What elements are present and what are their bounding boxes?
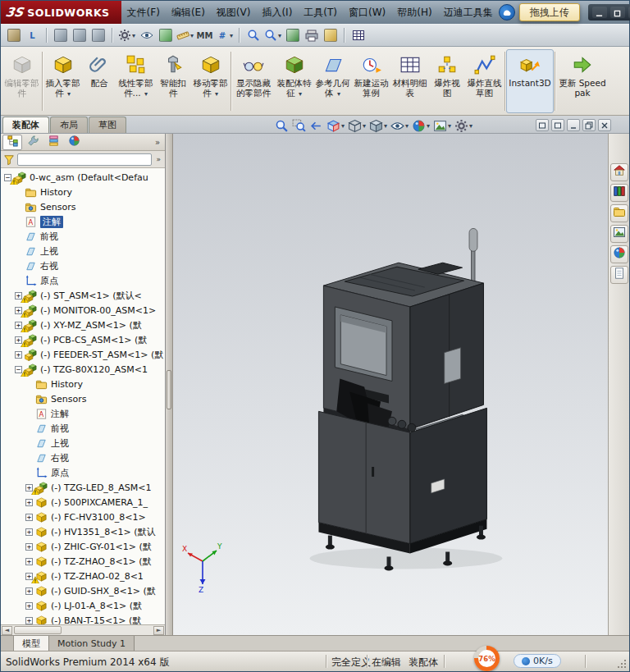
command-tab-1[interactable]: 布局 <box>50 117 88 133</box>
tree-item[interactable]: +(-) FEEDER-ST_ASM<1> (默 <box>1 347 165 362</box>
maximize-button[interactable] <box>610 7 625 18</box>
expand-toggle[interactable]: + <box>25 528 33 536</box>
menu-item-3[interactable]: 插入(I) <box>256 1 298 24</box>
edit-appearance-button[interactable]: ▾ <box>411 118 431 134</box>
zoom-to-fit-button[interactable] <box>274 118 290 134</box>
tree-item[interactable]: +(-) XY-MZ_ASM<1> (默 <box>1 318 165 332</box>
spreadsheet-button[interactable] <box>349 26 367 44</box>
tree-item[interactable]: +(-) TZG-LED_8_ASM<1 <box>1 480 165 495</box>
smart-fasteners-button[interactable]: 智能扣件 <box>155 49 191 113</box>
tree-item[interactable]: +(-) GUID-SHX_8<1> (默 <box>1 583 165 598</box>
tree-item[interactable]: 上视 <box>1 436 165 450</box>
expand-toggle[interactable]: + <box>25 514 33 521</box>
tree-item[interactable]: History <box>1 377 165 391</box>
tree-item[interactable]: History <box>1 185 165 199</box>
exploded-view-button[interactable]: 爆炸视图 <box>429 49 465 113</box>
view-orientation-button[interactable]: ▾ <box>347 118 367 134</box>
tool-wand-button[interactable] <box>5 26 22 44</box>
options-button[interactable]: ▾ <box>117 26 136 44</box>
panel-splitter[interactable] <box>166 134 173 635</box>
image-button[interactable] <box>284 26 301 44</box>
tree-item[interactable]: +(-) HV1351_8<1> (默认 <box>1 524 165 539</box>
tree-item[interactable]: −(-) TZG-80X120_ASM<1 <box>1 362 165 377</box>
capture-button[interactable] <box>322 26 339 44</box>
command-tab-0[interactable]: 装配体 <box>2 117 49 133</box>
scroll-right-arrow[interactable]: ► <box>153 626 164 635</box>
assembly-features-button[interactable]: 装配体特征 ▾ <box>275 49 313 113</box>
panel-tab-display-manager[interactable] <box>64 135 84 150</box>
expand-toggle[interactable]: + <box>15 351 22 359</box>
bottom-tab-1[interactable]: Motion Study 1 <box>49 636 135 651</box>
save-button[interactable] <box>52 26 69 44</box>
tab-corner-button[interactable] <box>1 636 14 651</box>
menu-item-0[interactable]: 文件(F) <box>121 1 166 24</box>
menu-item-2[interactable]: 视图(V) <box>211 1 257 24</box>
expand-toggle[interactable]: + <box>25 543 33 551</box>
tree-item[interactable]: Sensors <box>1 199 165 214</box>
filter-chevron-icon[interactable]: » <box>154 155 162 163</box>
maidi-cloud-icon[interactable] <box>499 4 515 21</box>
doc-restore-button[interactable] <box>582 119 596 131</box>
reference-geometry-button[interactable]: 参考几何体 ▾ <box>313 49 352 113</box>
display-style-button[interactable]: ▾ <box>368 118 388 134</box>
tree-filter-input[interactable] <box>17 153 152 166</box>
tree-item[interactable]: +(-) BAN-T-15<1> (默 <box>1 613 165 624</box>
tree-item[interactable]: +(-) MONITOR-00_ASM<1> <box>1 303 165 318</box>
insert-components-button[interactable]: 插入零部件 ▾ <box>43 49 82 113</box>
window-b-button[interactable] <box>551 119 564 131</box>
tree-item[interactable]: +(-) 500PIXCAMERA_1_ <box>1 495 165 510</box>
section-view-button[interactable]: ▾ <box>326 118 345 134</box>
update-speedpak-button[interactable]: 更新 Speedpak <box>556 49 609 113</box>
splitter-handle[interactable] <box>167 370 171 409</box>
doc-minimize-button[interactable] <box>567 119 580 131</box>
explode-line-sketch-button[interactable]: 爆炸直线草图 <box>465 49 504 113</box>
tree-item[interactable]: +(-) ST_ASM<1> (默认< <box>1 288 165 303</box>
show-hidden-components-button[interactable]: 显示隐藏的零部件 <box>232 49 275 113</box>
tree-item[interactable]: 前视 <box>1 229 165 244</box>
linear-component-pattern-button[interactable]: 线性零部件... ▾ <box>116 49 155 113</box>
instant3d-button[interactable]: Instant3D <box>506 49 554 113</box>
panel-tab-configuration-manager[interactable] <box>43 135 63 150</box>
sketch-button[interactable]: L <box>24 26 41 44</box>
tree-item[interactable]: A注解 <box>1 406 165 421</box>
view-palette-button[interactable] <box>610 225 628 243</box>
tree-item[interactable]: A注解 <box>1 214 165 229</box>
drag-upload-badge[interactable]: 拖拽上传 <box>519 3 580 21</box>
tree-item[interactable]: 前视 <box>1 421 165 436</box>
doc-close-button[interactable] <box>598 119 611 131</box>
menu-item-1[interactable]: 编辑(E) <box>166 1 211 24</box>
tree-item[interactable]: +(-) FC-HV3100_8<1> <box>1 510 165 524</box>
expand-toggle[interactable]: + <box>25 617 33 624</box>
measure-button[interactable]: ▾ <box>176 26 194 44</box>
expand-toggle[interactable]: + <box>25 558 33 565</box>
evaluate-button[interactable]: #▾ <box>215 26 234 44</box>
upload-progress-badge[interactable]: 76% <box>474 646 500 671</box>
tree-item[interactable]: +(-) PCB-CS_ASM<1> (默 <box>1 332 165 347</box>
view-settings-button[interactable]: ▾ <box>454 118 473 134</box>
previous-view-button[interactable] <box>308 118 324 134</box>
hide-show-items-button[interactable]: ▾ <box>390 118 409 134</box>
expand-toggle[interactable]: + <box>25 587 33 595</box>
solidworks-resources-button[interactable] <box>610 163 628 181</box>
tree-item[interactable]: 原点 <box>1 273 165 288</box>
menu-item-4[interactable]: 工具(T) <box>298 1 343 24</box>
tree-item[interactable]: 上视 <box>1 244 165 258</box>
move-component-button[interactable]: 移动零部件 ▾ <box>191 49 230 113</box>
tree-item[interactable]: 原点 <box>1 465 165 480</box>
edit-component-button[interactable]: 编辑零部件 <box>2 49 41 113</box>
tree-item[interactable]: +(-) TZ-ZHAO-02_8<1 <box>1 569 165 583</box>
tree-horizontal-scrollbar[interactable]: ◄ ► <box>1 624 165 635</box>
scroll-thumb[interactable] <box>14 626 62 634</box>
bottom-tab-0[interactable]: 模型 <box>14 636 49 651</box>
zoom-to-area-button[interactable] <box>291 118 307 134</box>
design-library-button[interactable] <box>610 184 628 202</box>
tree-item[interactable]: 右视 <box>1 450 165 465</box>
menu-item-5[interactable]: 窗口(W) <box>343 1 391 24</box>
appearances-scenes-button[interactable] <box>610 245 628 263</box>
graphics-area[interactable]: X Y Z <box>173 134 608 635</box>
panel-tab-property-manager[interactable] <box>23 135 43 150</box>
select-button[interactable] <box>157 26 174 44</box>
tree-item[interactable]: Sensors <box>1 391 165 406</box>
resize-grip[interactable] <box>618 660 628 670</box>
scroll-left-arrow[interactable]: ◄ <box>2 626 12 635</box>
